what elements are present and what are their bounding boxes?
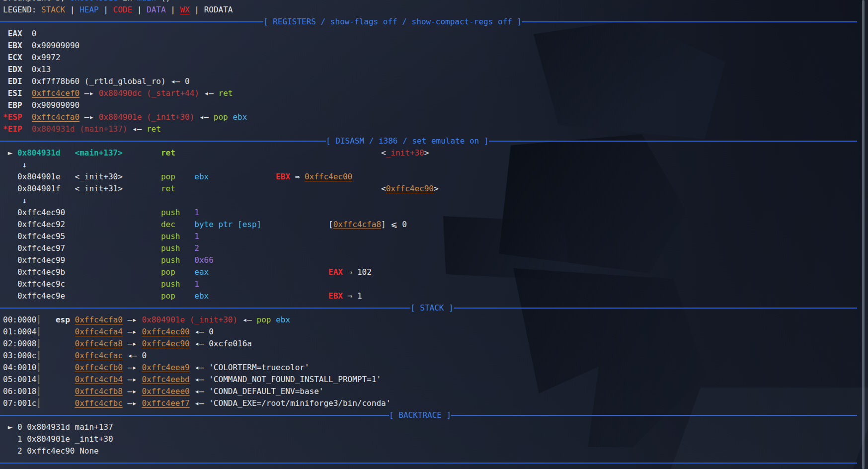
stack-section-header: [ STACK ] bbox=[0, 302, 857, 314]
stack-row-01-seg-3: 0xffc4cfa4 bbox=[75, 327, 123, 336]
stack-row-04-seg-0: 04:0010 bbox=[3, 363, 36, 372]
registers-section-header-rule-right bbox=[522, 21, 857, 22]
stack-row-05-seg-1: │ bbox=[36, 375, 41, 384]
backtrace-row-2-seg-0: 2 0xffc4ec90 None bbox=[3, 446, 99, 456]
register-row-esp-seg-2: 0xffc4cfa0 bbox=[32, 112, 79, 122]
register-row-esp-seg-8: ebx bbox=[233, 112, 247, 122]
stack-row-05-seg-6: ◂— 'COMMAND_NOT_FOUND_INSTALL_PROMPT=1' bbox=[190, 375, 381, 384]
register-row-eax-seg-2: 0 bbox=[22, 29, 37, 38]
disasm-row-ec9e-seg-1: 0xffc4ec9e bbox=[17, 291, 65, 301]
disasm-row-ec9b-seg-4 bbox=[175, 267, 195, 277]
stack-row-00-seg-1: │ bbox=[36, 315, 41, 324]
stack-row-02-seg-1: │ bbox=[36, 339, 41, 348]
legend-row-seg-10: | bbox=[190, 5, 204, 14]
disasm-row-current-seg-10: _init+30 bbox=[386, 148, 424, 157]
legend-row-seg-5: CODE bbox=[113, 5, 133, 14]
stack-row-07: 07:001c│ 0xffc4cfbc —▸ 0xffc4eef7 ◂— 'CO… bbox=[3, 397, 868, 409]
stack-row-06-seg-3: 0xffc4cfb8 bbox=[75, 387, 123, 396]
register-row-ecx-seg-0 bbox=[3, 53, 8, 62]
disasm-row-ec95-seg-3: push bbox=[161, 232, 180, 241]
disasm-row-ec99-seg-3: push bbox=[161, 255, 180, 265]
register-row-esp-seg-0: *ESP bbox=[3, 112, 22, 122]
stack-row-00-seg-9: pop bbox=[257, 315, 271, 324]
stack-row-07-seg-3: 0xffc4cfbc bbox=[75, 398, 123, 408]
register-row-eax-seg-0 bbox=[3, 29, 8, 38]
backtrace-section-header: [ BACKTRACE ] bbox=[0, 409, 857, 421]
register-row-edi-seg-2: 0xf7f78b60 (_rtld_global_ro) ◂— 0 bbox=[22, 77, 190, 86]
disasm-row-ec97-seg-4 bbox=[180, 243, 194, 253]
stack-row-01-seg-5: 0xffc4ec00 bbox=[142, 327, 189, 336]
disasm-row-init30: 0x804901e <_init+30> pop ebx EBX ⇒ 0xffc… bbox=[3, 171, 868, 183]
stack-row-00-seg-8: ◂— bbox=[237, 315, 257, 324]
backtrace-section-header-rule-left bbox=[0, 415, 389, 416]
disasm-row-current-seg-5: <main+137> bbox=[75, 148, 123, 157]
stack-row-01-seg-4: —▸ bbox=[123, 327, 142, 336]
backtrace-section-header-rule-right bbox=[451, 415, 857, 416]
disasm-row-current-seg-2 bbox=[12, 148, 17, 157]
disasm-row-ec9e-seg-3: pop bbox=[161, 291, 175, 301]
disasm-row-ec9e-seg-0 bbox=[3, 291, 17, 301]
stack-row-00-seg-2 bbox=[41, 315, 56, 324]
disasm-row-current-seg-4 bbox=[61, 148, 75, 157]
disasm-row-ec95-seg-4 bbox=[180, 232, 194, 241]
register-row-eip-seg-1 bbox=[22, 124, 32, 134]
register-row-ebx: EBX 0x90909090 bbox=[3, 40, 868, 52]
stack-row-04-seg-2 bbox=[41, 363, 75, 372]
backtrace-current-marker: ► bbox=[8, 422, 13, 432]
bottom-separator-rule-left bbox=[0, 463, 857, 464]
disasm-row-ec92-seg-9: ] bbox=[381, 220, 386, 229]
register-row-eax: EAX 0 bbox=[3, 28, 868, 40]
register-row-esi-seg-1: ESI bbox=[8, 88, 22, 98]
register-row-edi-seg-0 bbox=[3, 77, 8, 86]
disasm-row-init31-seg-4 bbox=[123, 184, 161, 193]
scrollbar-track[interactable] bbox=[862, 0, 868, 469]
disasm-row-current: ► 0x804931d <main+137> ret <_init+30> bbox=[3, 147, 868, 159]
legend-row-seg-3: HEAP bbox=[79, 5, 99, 14]
stack-row-03-seg-0: 03:000c bbox=[3, 351, 36, 360]
register-row-ebp-seg-2: 0x90909090 bbox=[22, 100, 80, 110]
register-row-edx-seg-1: EDX bbox=[8, 65, 22, 74]
disasm-row-ec9e-seg-4 bbox=[175, 291, 195, 301]
disasm-row-ec99-seg-0 bbox=[3, 255, 17, 265]
stack-row-00-seg-3: esp bbox=[56, 315, 70, 324]
stack-row-06-seg-1: │ bbox=[36, 387, 41, 396]
stack-row-05: 05:0014│ 0xffc4cfb4 —▸ 0xffc4eebd ◂— 'CO… bbox=[3, 374, 868, 386]
register-row-edi-seg-1: EDI bbox=[8, 77, 22, 86]
disasm-row-ec99-seg-1: 0xffc4ec99 bbox=[17, 255, 65, 265]
stack-row-04-seg-5: 0xffc4eea9 bbox=[142, 363, 189, 372]
terminal-screen[interactable]: Breakpoint 3, 0x0804931d in main ()LEGEN… bbox=[0, 0, 868, 469]
disasm-row-ec92-seg-1: 0xffc4ec92 bbox=[17, 220, 65, 229]
terminal-lines: Breakpoint 3, 0x0804931d in main ()LEGEN… bbox=[3, 0, 868, 469]
disasm-row-init31-seg-2 bbox=[61, 184, 75, 193]
disasm-row-ec9e-seg-6 bbox=[209, 291, 328, 301]
backtrace-row-0-seg-2 bbox=[12, 422, 17, 432]
disasm-row-init31: 0x804901f <_init+31> ret <0xffc4ec90> bbox=[3, 183, 868, 195]
stack-row-03-seg-1: │ bbox=[36, 351, 41, 360]
disasm-row-init30-seg-0 bbox=[3, 172, 17, 181]
disasm-row-ec9c-seg-0 bbox=[3, 279, 17, 289]
disasm-row-ec97-seg-2 bbox=[65, 243, 161, 253]
stack-row-05-seg-4: —▸ bbox=[123, 375, 142, 384]
stack-row-07-seg-4: —▸ bbox=[123, 398, 142, 408]
disasm-row-ec9b-seg-8: ⇒ bbox=[343, 267, 357, 277]
disasm-fallthrough-arrow-2-seg-0 bbox=[3, 196, 22, 205]
register-row-ebp: EBP 0x90909090 bbox=[3, 99, 868, 111]
register-row-esi-seg-6: ◂— bbox=[199, 88, 219, 98]
disasm-row-ec9b-seg-9: 102 bbox=[357, 267, 372, 277]
disasm-row-ec9e-seg-5: ebx bbox=[194, 291, 209, 301]
stack-row-00-seg-7: 0x804901e (_init+30) bbox=[142, 315, 237, 324]
register-row-eip-seg-2: 0x804931d (main+137) bbox=[32, 124, 128, 134]
stack-row-04: 04:0010│ 0xffc4cfb0 —▸ 0xffc4eea9 ◂— 'CO… bbox=[3, 362, 868, 374]
backtrace-row-0-seg-0 bbox=[3, 422, 8, 432]
disasm-row-init30-seg-4 bbox=[123, 172, 161, 181]
register-row-ebx-seg-2: 0x90909090 bbox=[22, 41, 80, 50]
scrollbar-thumb[interactable] bbox=[862, 0, 865, 469]
register-row-ebx-seg-0 bbox=[3, 41, 8, 50]
breakpoint-message: Breakpoint 3, 0x0804931d in main () bbox=[3, 0, 868, 4]
fallthrough-arrow-icon: ↓ bbox=[22, 160, 27, 169]
stack-section-header-rule-right bbox=[454, 308, 857, 309]
disasm-row-ec97-seg-3: push bbox=[161, 243, 180, 253]
stack-row-06-seg-4: —▸ bbox=[123, 387, 142, 396]
register-row-esi: ESI 0xffc4cef0 —▸ 0x80490dc (_start+44) … bbox=[3, 87, 868, 99]
register-row-esi-seg-2 bbox=[22, 88, 32, 98]
